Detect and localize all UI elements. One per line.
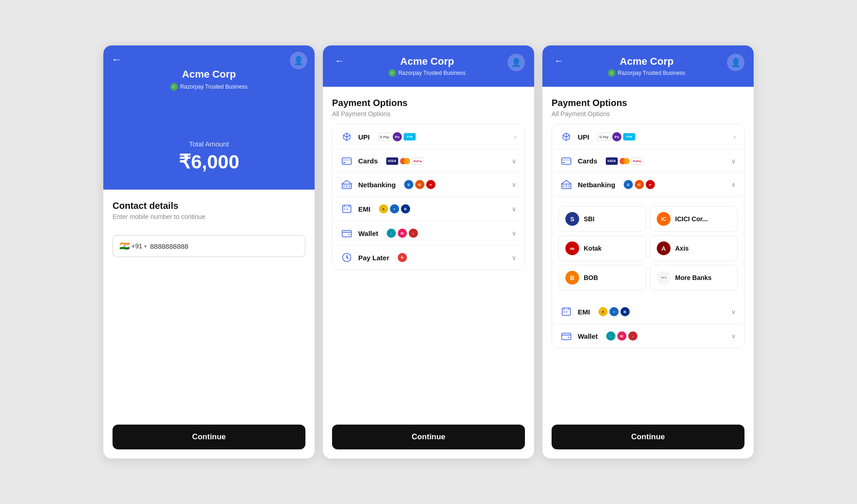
payment-option-paylater[interactable]: Pay Later ✛ ∨ xyxy=(333,246,524,269)
phone-input-row[interactable]: 🇮🇳 +91 ▾ xyxy=(113,235,305,257)
svg-rect-12 xyxy=(346,208,348,210)
paylater-logos: ✛ xyxy=(398,253,506,262)
payment-option-emi[interactable]: EMI X ≡ B ∨ xyxy=(333,197,524,221)
kotak-bank-logo: ∞ xyxy=(565,241,579,255)
bank-more[interactable]: ··· More Banks xyxy=(650,265,738,291)
back-button-3[interactable]: ← xyxy=(552,55,566,67)
continue-button[interactable]: Continue xyxy=(113,425,305,449)
user-icon-btn-2[interactable]: 👤 xyxy=(507,54,525,71)
wallet-logo3: ♪ xyxy=(409,229,418,238)
gpay-logo-3: G Pay xyxy=(598,133,610,141)
bank-bob[interactable]: B BOB xyxy=(558,265,646,291)
netbanking-logos-3: S IC ∞ xyxy=(624,180,726,189)
payment-option-emi-3[interactable]: EMI X ≡ B ∨ xyxy=(552,300,744,324)
country-code: +91 xyxy=(131,242,142,250)
emi-logo3-3: B xyxy=(620,307,630,316)
phone-input[interactable] xyxy=(150,242,299,250)
svg-rect-11 xyxy=(344,208,345,210)
upi-label-3: UPI xyxy=(578,133,589,141)
continue-button-3[interactable]: Continue xyxy=(552,425,744,449)
emi-logo3: B xyxy=(401,204,410,213)
trusted-badge-2: ✓ Razorpay Trusted Business xyxy=(389,69,466,77)
kotak-logo-small: ∞ xyxy=(426,180,435,189)
paytm-logo: PTM xyxy=(404,133,416,140)
emi-label: EMI xyxy=(358,205,371,213)
back-button-2[interactable]: ← xyxy=(332,55,347,67)
payment-option-upi-3[interactable]: UPI G Pay Pe PTM › xyxy=(552,124,744,150)
total-amount-value: ₹6,000 xyxy=(179,151,239,173)
continue-button-2[interactable]: Continue xyxy=(332,425,525,449)
netbanking-icon xyxy=(341,180,353,189)
wallet-logo2-3: M xyxy=(617,331,626,341)
svg-rect-22 xyxy=(568,185,570,188)
bank-axis[interactable]: A Axis xyxy=(650,235,738,261)
payment-option-netbanking[interactable]: Netbanking S IC ∞ ∨ xyxy=(333,173,524,197)
netbanking-expanded-section: Netbanking S IC ∞ ∧ S SBI xyxy=(552,173,744,300)
panel1-footer: Continue xyxy=(103,418,315,459)
svg-rect-4 xyxy=(343,185,345,188)
emi-icon xyxy=(341,205,353,213)
svg-rect-18 xyxy=(563,162,565,163)
visa-logo-3: VISA xyxy=(606,157,618,165)
svg-point-14 xyxy=(348,234,350,235)
all-payment-options-label-2: All Payment Options xyxy=(332,110,525,118)
panel2-footer: Continue xyxy=(323,418,534,459)
payment-options-title-2: Payment Options xyxy=(332,98,525,108)
back-button[interactable]: ← xyxy=(112,54,122,66)
svg-point-30 xyxy=(568,336,569,338)
upi-label: UPI xyxy=(358,133,370,141)
all-payment-options-label-3: All Payment Options xyxy=(552,110,744,118)
panel-1: ← 👤 Acme Corp ✓ Razorpay Trusted Busines… xyxy=(103,45,315,459)
wallet-chevron: ∨ xyxy=(512,230,516,237)
wallet-logo1: ○ xyxy=(387,229,396,238)
cards-icon xyxy=(341,157,353,165)
panel3-header: ← Acme Corp ✓ Razorpay Trusted Business … xyxy=(542,45,754,87)
svg-rect-21 xyxy=(565,185,567,188)
user-icon-btn-3[interactable]: 👤 xyxy=(727,54,744,71)
panel1-company-name: Acme Corp xyxy=(170,68,248,80)
panel1-body: Contact details Enter mobile number to c… xyxy=(103,190,315,418)
panel1-header: ← 👤 Acme Corp ✓ Razorpay Trusted Busines… xyxy=(103,45,315,190)
trusted-label: Razorpay Trusted Business xyxy=(180,84,248,90)
wallet-logos: ○ M ♪ xyxy=(387,229,506,238)
payment-option-upi[interactable]: UPI G Pay Pe PTM › xyxy=(333,124,524,150)
panel-2: ← Acme Corp ✓ Razorpay Trusted Business … xyxy=(323,45,534,459)
bank-kotak[interactable]: ∞ Kotak xyxy=(558,235,646,261)
wallet-icon-3 xyxy=(560,332,572,340)
payment-option-cards[interactable]: Cards VISA RuPay ∨ xyxy=(333,150,524,173)
cards-icon-3 xyxy=(560,157,572,165)
paylater-icon xyxy=(341,253,353,262)
netbanking-icon-3 xyxy=(560,180,572,189)
payment-option-netbanking-3[interactable]: Netbanking S IC ∞ ∧ xyxy=(552,173,744,197)
bank-icici[interactable]: IC ICICI Cor... xyxy=(650,206,738,232)
cards-label: Cards xyxy=(358,157,378,165)
shield-icon-3: ✓ xyxy=(608,69,615,77)
payment-option-cards-3[interactable]: Cards VISA RuPay ∨ xyxy=(552,150,744,173)
shield-icon-2: ✓ xyxy=(389,69,396,77)
payment-option-wallet-3[interactable]: Wallet ○ M ♪ ∨ xyxy=(552,324,744,348)
upi-logos-3: G Pay Pe PTM xyxy=(598,132,728,141)
panel2-header: ← Acme Corp ✓ Razorpay Trusted Business … xyxy=(323,45,534,87)
netbanking-chevron-3: ∧ xyxy=(731,181,736,188)
axis-bank-logo: A xyxy=(657,241,671,255)
svg-rect-27 xyxy=(563,311,565,313)
svg-rect-28 xyxy=(566,311,568,313)
gpay-logo: G Pay xyxy=(378,133,391,141)
bank-sbi[interactable]: S SBI xyxy=(558,206,646,232)
icici-bank-name: ICICI Cor... xyxy=(675,215,708,223)
user-icon-button[interactable]: 👤 xyxy=(290,52,307,69)
country-selector[interactable]: 🇮🇳 +91 ▾ xyxy=(119,241,147,251)
panel2-body: Payment Options All Payment Options UPI … xyxy=(323,87,534,418)
mastercard-logo xyxy=(400,158,410,164)
sbi-logo-small: S xyxy=(404,180,413,189)
svg-rect-2 xyxy=(343,162,345,163)
visa-logo: VISA xyxy=(386,157,398,165)
svg-rect-17 xyxy=(562,159,571,161)
sbi-bank-logo: S xyxy=(565,212,579,226)
svg-rect-8 xyxy=(343,207,351,207)
payment-list-2: UPI G Pay Pe PTM › Cards VISA xyxy=(332,124,525,270)
paylater-logo1: ✛ xyxy=(398,253,407,262)
svg-rect-24 xyxy=(562,309,570,310)
payment-option-wallet[interactable]: Wallet ○ M ♪ ∨ xyxy=(333,221,524,246)
more-banks-name: More Banks xyxy=(675,274,711,281)
